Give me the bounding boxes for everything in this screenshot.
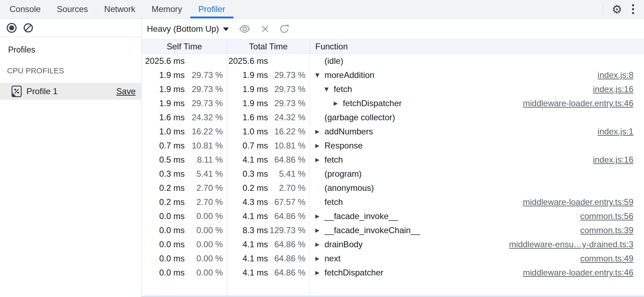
self-time-cell: 0.0 ms 0.00 % [142, 240, 227, 249]
self-ms: 0.7 ms [142, 141, 185, 151]
clear-icon[interactable] [23, 23, 34, 33]
self-pct: 0.00 % [185, 211, 227, 221]
tab-sources[interactable]: Sources [49, 0, 96, 18]
table-row[interactable]: 0.2 ms 2.70 % 4.3 ms 67.57 % fetch middl… [142, 195, 644, 209]
function-cell: ▼ fetch index.js:16 [310, 84, 644, 94]
settings-gear-icon[interactable]: ⚙ [612, 4, 622, 15]
source-link[interactable]: index.js:16 [593, 155, 644, 165]
table-row[interactable]: 1.0 ms 16.22 % 1.0 ms 16.22 % ▶ addNumbe… [142, 125, 644, 139]
function-cell: ▶ drainBody middleware-ensu…y-drained.ts… [310, 240, 644, 249]
table-row[interactable]: 0.0 ms 0.00 % 4.1 ms 64.86 % ▶ next comm… [142, 251, 644, 266]
function-cell: ▼ moreAddition index.js:8 [310, 70, 644, 80]
table-row[interactable]: 1.6 ms 24.32 % 1.6 ms 24.32 % (garbage c… [142, 110, 644, 125]
source-link[interactable]: middleware-loader.entry.ts:46 [523, 268, 644, 278]
tree-arrow-icon[interactable]: ▶ [315, 241, 324, 248]
self-ms: 1.9 ms [142, 70, 185, 80]
table-row[interactable]: 0.7 ms 10.81 % 0.7 ms 10.81 % ▶ Response [142, 139, 644, 153]
tree-arrow-icon[interactable]: ▶ [315, 128, 324, 135]
function-name: Response [324, 141, 363, 151]
close-x-icon[interactable] [261, 24, 270, 34]
self-time-cell: 0.2 ms 2.70 % [142, 183, 227, 193]
source-link[interactable]: index.js:8 [598, 70, 644, 80]
total-pct: 29.73 % [268, 70, 310, 80]
function-name: __facade_invoke__ [324, 211, 398, 221]
total-time-cell: 1.9 ms 29.73 % [227, 84, 310, 94]
view-mode-dropdown[interactable]: Heavy (Bottom Up) [147, 24, 229, 34]
column-header-self-time[interactable]: Self Time [142, 42, 227, 51]
table-row[interactable]: 1.9 ms 29.73 % 1.9 ms 29.73 % ▼ fetch in… [142, 82, 644, 96]
total-ms: 1.9 ms [227, 70, 268, 80]
self-pct: 29.73 % [185, 98, 227, 108]
total-time-cell: 4.1 ms 64.86 % [227, 155, 310, 165]
table-row[interactable]: 1.9 ms 29.73 % 1.9 ms 29.73 % ▶ fetchDis… [142, 96, 644, 110]
source-link[interactable]: common.ts:49 [580, 254, 644, 263]
self-ms: 2025.6 ms [142, 56, 185, 66]
record-icon[interactable] [7, 23, 17, 33]
total-pct: 29.73 % [268, 98, 310, 108]
total-ms: 0.3 ms [227, 169, 268, 179]
table-row[interactable]: 0.0 ms 0.00 % 4.1 ms 64.86 % ▶ drainBody… [142, 237, 644, 251]
function-name: (garbage collector) [324, 113, 395, 122]
table-row[interactable]: 0.3 ms 5.41 % 0.3 ms 5.41 % (program) [142, 167, 644, 181]
source-link[interactable]: index.js:1 [598, 127, 644, 137]
tree-arrow-icon[interactable]: ▶ [334, 100, 343, 107]
table-row[interactable]: 0.2 ms 2.70 % 0.2 ms 2.70 % (anonymous) [142, 181, 644, 195]
self-ms: 1.9 ms [142, 98, 185, 108]
tab-profiler[interactable]: Profiler [190, 0, 233, 18]
source-link[interactable]: middleware-loader.entry.ts:59 [523, 197, 644, 207]
total-time-cell: 1.9 ms 29.73 % [227, 98, 310, 108]
tree-arrow-icon[interactable]: ▶ [315, 213, 324, 219]
profiles-toolbar [0, 19, 141, 37]
grid-header: Self Time Total Time Function [142, 39, 644, 54]
save-profile-link[interactable]: Save [116, 86, 136, 96]
tree-arrow-icon[interactable]: ▶ [315, 143, 324, 149]
self-time-cell: 1.0 ms 16.22 % [142, 127, 227, 137]
total-pct: 24.32 % [268, 113, 310, 122]
function-cell: (garbage collector) [310, 113, 644, 122]
table-row[interactable]: 2025.6 ms 2025.6 ms (idle) [142, 54, 644, 68]
profile-list-item[interactable]: Profile 1 Save [0, 83, 141, 100]
self-time-cell: 0.0 ms 0.00 % [142, 268, 227, 278]
self-pct: 0.00 % [185, 268, 227, 278]
column-divider [227, 39, 227, 297]
tree-arrow-icon[interactable]: ▶ [315, 157, 324, 163]
tree-arrow-icon[interactable]: ▶ [315, 227, 324, 234]
table-row[interactable]: 1.9 ms 29.73 % 1.9 ms 29.73 % ▼ moreAddi… [142, 68, 644, 82]
self-time-cell: 0.0 ms 0.00 % [142, 254, 227, 263]
self-time-cell: 0.2 ms 2.70 % [142, 197, 227, 207]
tree-arrow-icon[interactable]: ▶ [315, 269, 324, 276]
function-name: fetch [334, 84, 352, 94]
source-link[interactable]: middleware-loader.entry.ts:46 [523, 98, 644, 108]
tab-console[interactable]: Console [1, 0, 49, 18]
grid-body: 2025.6 ms 2025.6 ms (idle) 1.9 ms 29.73 … [142, 54, 644, 297]
table-row[interactable]: 0.5 ms 8.11 % 4.1 ms 64.86 % ▶ fetch ind… [142, 153, 644, 167]
self-pct: 10.81 % [185, 141, 227, 151]
profiles-sidebar: Profiles CPU PROFILES Profile 1 Save [0, 19, 142, 297]
table-row[interactable]: 0.0 ms 0.00 % 4.1 ms 64.86 % ▶ fetchDisp… [142, 266, 644, 280]
visibility-eye-icon[interactable] [238, 24, 251, 34]
refresh-icon[interactable] [279, 24, 289, 34]
source-link[interactable]: middleware-ensu…y-drained.ts:3 [509, 240, 644, 249]
tree-arrow-icon[interactable]: ▼ [324, 86, 334, 92]
column-header-total-time[interactable]: Total Time [227, 42, 310, 51]
profiles-heading: Profiles [8, 45, 141, 55]
tree-arrow-icon[interactable]: ▶ [315, 255, 324, 262]
table-row[interactable]: 0.0 ms 0.00 % 8.3 ms 129.73 % ▶ __facade… [142, 223, 644, 237]
source-link[interactable]: common.ts:56 [580, 211, 644, 221]
function-cell: (anonymous) [310, 183, 644, 193]
tab-network[interactable]: Network [96, 0, 143, 18]
column-header-function[interactable]: Function [310, 42, 644, 51]
more-vert-icon[interactable] [631, 3, 636, 16]
source-link[interactable]: common.ts:39 [580, 225, 644, 235]
profiler-panel: Heavy (Bottom Up) [142, 19, 644, 297]
self-ms: 0.3 ms [142, 169, 185, 179]
tab-memory[interactable]: Memory [143, 0, 190, 18]
function-cell: ▶ fetchDispatcher middleware-loader.entr… [310, 98, 644, 108]
source-link[interactable]: index.js:16 [593, 84, 644, 94]
tree-arrow-icon[interactable]: ▼ [315, 72, 324, 78]
total-time-cell: 1.6 ms 24.32 % [227, 113, 310, 122]
table-row[interactable]: 0.0 ms 0.00 % 4.1 ms 64.86 % ▶ __facade_… [142, 209, 644, 223]
self-time-cell: 0.7 ms 10.81 % [142, 141, 227, 151]
total-ms: 4.1 ms [227, 211, 268, 221]
self-ms: 0.2 ms [142, 197, 185, 207]
